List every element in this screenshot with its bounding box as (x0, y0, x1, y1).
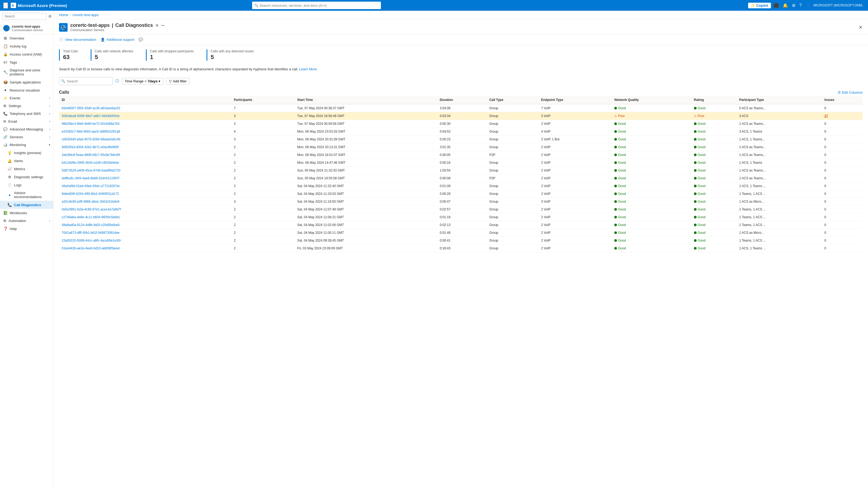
sidebar-item-diagnose[interactable]: 🔧 Diagnose and solve problems (0, 66, 53, 78)
calls-search-input[interactable] (59, 77, 113, 85)
call-id-link[interactable]: c2749aba-4e8e-4c11-b604-9f056c5ebb1 (62, 215, 120, 219)
cell-issues: 0 (822, 167, 863, 174)
call-id-link[interactable]: 5d873529-a409-45ce-87d4-baa0f9a5720 (62, 169, 120, 172)
support-icon: 👤 (101, 37, 105, 41)
telephony-expand-icon: › (49, 112, 50, 115)
sidebar-group-advanced-messaging[interactable]: 💬 Advanced Messaging › (0, 125, 53, 133)
sidebar-group-monitoring[interactable]: 📊 Monitoring ▾ (0, 141, 53, 149)
call-id-link[interactable]: b5e96007-5f05-45d0-ac36-a63aee6ac02 (62, 106, 120, 110)
user-feedback-button[interactable]: 👤 (804, 2, 812, 9)
sidebar-item-iam[interactable]: 🔒 Access control (IAM) (0, 50, 53, 58)
call-id-link[interactable]: 2eb3fdc8-5eaa-4806-b9c7-05c8e7b6c89 (62, 153, 120, 157)
sidebar-item-advisor-recommendations[interactable]: ● Advisor recommendations (0, 189, 53, 201)
metrics-icon: 📈 (7, 167, 12, 171)
call-id-link[interactable]: e24363c7-fbbf-4693-aac6-3d6f9c0291a8 (62, 130, 120, 134)
table-row: 01ee442b-ae2e-4ee0-bd10-ab008f3eeet 2 Fr… (59, 245, 863, 252)
issues-zero: 0 (824, 200, 826, 203)
cell-participant-type: 1 ACS as Micro... (737, 229, 822, 237)
col-header-rating[interactable]: Rating (691, 96, 737, 104)
sidebar-search-input[interactable] (3, 13, 47, 20)
info-icon[interactable]: ⓘ (115, 79, 119, 84)
call-id-link[interactable]: 01ee442b-ae2e-4ee0-bd10-ab008f3eeet (62, 247, 120, 250)
sidebar-item-insights[interactable]: 💡 Insights (preview) (0, 149, 53, 157)
more-options-icon[interactable]: ··· (161, 23, 164, 28)
sidebar-item-logs[interactable]: 📄 Logs (0, 181, 53, 189)
table-row: b5e96007-5f05-45d0-ac36-a63aee6ac02 7 Tu… (59, 104, 863, 112)
sidebar-item-activity-log[interactable]: 📋 Activity log (0, 42, 53, 50)
call-id-link[interactable]: 5063dea8-5099-48e7-a6b7-0d44b055cb (62, 114, 120, 118)
rating-value: Good (694, 122, 734, 125)
favorite-star[interactable]: ★ (155, 23, 159, 28)
sidebar-group-settings[interactable]: ⚙ Settings › (0, 102, 53, 110)
call-id-link[interactable]: 9dde606f-6254-4f6f-8fa3-34f49531d172 (62, 192, 119, 196)
sidebar-group-services[interactable]: 🔗 Services › (0, 133, 53, 141)
issues-link[interactable]: 17 (824, 114, 828, 118)
cell-endpoint-type: 2 VoIP (538, 229, 612, 237)
col-header-id[interactable]: ID (59, 96, 231, 104)
issues-zero: 0 (824, 207, 826, 211)
network-quality-value: Good (614, 145, 688, 149)
col-header-participants[interactable]: Participants (231, 96, 294, 104)
call-id-link[interactable]: c0635440-afad-4570-8284-68ada0a614b (62, 138, 120, 141)
cell-participants: 3 (231, 112, 294, 120)
sidebar-item-overview[interactable]: ⊞ Overview (0, 34, 53, 42)
network-quality-value: Good (614, 138, 688, 141)
page-subtitle: Communication Service (70, 28, 856, 32)
col-header-issues[interactable]: Issues (822, 96, 863, 104)
settings-button[interactable]: ⚙ (791, 2, 797, 9)
col-header-endpoint-type[interactable]: Endpoint Type (538, 96, 612, 104)
col-header-call-type[interactable]: Call Type (487, 96, 538, 104)
cell-rating: Good (691, 167, 737, 174)
sidebar-group-events[interactable]: ⚡ Events › (0, 94, 53, 102)
sidebar-item-workbooks[interactable]: 📗 Workbooks (0, 209, 53, 217)
sidebar-item-call-diagnostics[interactable]: 📞 Call Diagnostics (0, 201, 53, 209)
breadcrumb-home[interactable]: Home (59, 13, 68, 17)
sidebar-filter-button[interactable]: ⚙ (48, 14, 52, 19)
view-docs-button[interactable]: 📄 View documentation (59, 36, 96, 43)
call-id-link[interactable]: 7041a673-dfff-45b1-b61f-048873091dee (62, 231, 120, 235)
issues-zero: 0 (824, 223, 826, 227)
add-filter-button[interactable]: ▽ Add filter (166, 78, 189, 85)
sidebar-item-alerts[interactable]: 🔔 Alerts (0, 157, 53, 165)
cell-network-quality: Good (612, 104, 691, 112)
copilot-button[interactable]: ✨ Copilot (748, 3, 771, 8)
cell-duration: 0:00:16 (437, 159, 487, 167)
col-header-participant-type[interactable]: Participant Type (737, 96, 822, 104)
call-id-link[interactable]: 48a8ad0a-8124-4d8b-9d2f-c20d56e8a4t (62, 223, 120, 227)
sidebar-item-diagnostic-settings[interactable]: ⚙ Diagnostic settings (0, 173, 53, 181)
close-button[interactable]: ✕ (859, 24, 863, 30)
sidebar-group-email[interactable]: ✉ Email › (0, 118, 53, 125)
call-id-link[interactable]: b4116d9e-2995-4640-a1d9-c9529d4ebc (62, 161, 119, 165)
sidebar-item-resource-visualizer[interactable]: ✦ Resource visualizer (0, 86, 53, 94)
sidebar-item-help[interactable]: ❓ Help (0, 225, 53, 233)
page-title-part2: Call Diagnostics (115, 23, 153, 28)
hamburger-button[interactable]: ☰ (3, 2, 8, 8)
call-id-link[interactable]: 9d503f1d-d004-42b2-8b71-e0ac9fe660f (62, 145, 119, 149)
feedback-button[interactable]: 💬 (139, 36, 143, 43)
call-id-link[interactable]: 0e5e3991-fa3a-4c80-87e1-acec4a7a9d7f (62, 207, 121, 211)
call-id-link[interactable]: 48a5af9d-01bd-45eb-93dc-a77219267et (62, 184, 120, 188)
call-id-link[interactable]: a32c4b38-a3ff-4886-a8a1-2b63c61b4e9 (62, 200, 119, 203)
sidebar-item-tags[interactable]: 🏷 Tags (0, 58, 53, 66)
network-good-icon (614, 200, 617, 203)
sidebar-item-sample-apps[interactable]: 📦 Sample applications (0, 78, 53, 86)
call-id-link[interactable]: 98d28bc3-9bbf-4b60-be72-bf14488a764 (62, 122, 120, 125)
global-search-input[interactable] (252, 2, 381, 9)
col-header-start-time[interactable]: Start Time (294, 96, 437, 104)
call-id-link[interactable]: ebffbc8c-34f4-4ae8-8dd8-01d41511997f (62, 176, 119, 180)
learn-more-link[interactable]: Learn More (299, 67, 317, 71)
call-id-link[interactable]: 15a93225-5008-44cc-a8fc-4aca58e1e30r (62, 239, 121, 242)
sidebar-group-automation[interactable]: ⚙ Automation › (0, 217, 53, 225)
sidebar-item-metrics[interactable]: 📈 Metrics (0, 165, 53, 173)
col-header-network-quality[interactable]: Network Quality (612, 96, 691, 104)
sidebar-group-telephony[interactable]: 📞 Telephony and SMS › (0, 110, 53, 118)
table-row: 0e5e3991-fa3a-4c80-87e1-acec4a7a9d7f 2 S… (59, 206, 863, 213)
edit-columns-button[interactable]: ☰ Edit Columns (838, 90, 863, 94)
additional-support-button[interactable]: 👤 Additional support (101, 36, 134, 43)
time-range-button[interactable]: Time Range < 7days ▾ (122, 78, 163, 85)
col-header-duration[interactable]: Duration (437, 96, 487, 104)
breadcrumb-resource[interactable]: corertc-test-apps (72, 13, 99, 17)
notifications-button[interactable]: 🔔 (782, 2, 789, 9)
shell-button[interactable]: ⬛ (773, 2, 780, 9)
help-button[interactable]: ? (798, 2, 803, 9)
